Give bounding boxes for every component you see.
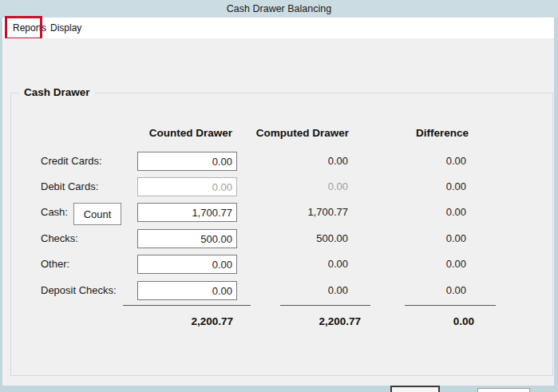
credit-cards-computed-value: 0.00 [251, 152, 354, 171]
column-header-difference: Difference [390, 125, 494, 141]
row-label-checks: Checks: [41, 229, 78, 248]
deposit-checks-difference-value: 0.00 [370, 281, 470, 300]
menu-bar: Reports Display [2, 18, 554, 38]
client-area: Cash Drawer Counted Drawer Computed Draw… [2, 38, 554, 386]
menu-item-reports-label: Reports [13, 22, 46, 34]
counted-total-value: 2,200.77 [123, 314, 237, 330]
row-label-cash: Cash: [41, 203, 68, 222]
row-label-debit-cards: Debit Cards: [41, 177, 98, 196]
credit-cards-counted-input[interactable] [137, 152, 237, 171]
table-row-checks: Checks: 500.00 0.00 [11, 229, 554, 251]
debit-cards-computed-value: 0.00 [251, 177, 354, 196]
table-row-other: Other: 0.00 0.00 [11, 255, 554, 277]
checks-counted-input[interactable] [137, 229, 237, 248]
difference-total-separator [405, 305, 496, 306]
other-computed-value: 0.00 [251, 255, 354, 274]
table-row-deposit-checks: Deposit Checks: 0.00 0.00 [11, 281, 554, 303]
cancel-button[interactable]: Cancel [477, 388, 530, 392]
row-label-credit-cards: Credit Cards: [41, 152, 102, 171]
other-counted-input[interactable] [137, 255, 237, 274]
column-header-counted-drawer: Counted Drawer [131, 125, 251, 141]
menu-item-display[interactable]: Display [46, 18, 86, 38]
debit-cards-counted-input [137, 177, 237, 196]
column-header-computed-drawer: Computed Drawer [251, 125, 354, 141]
checks-computed-value: 500.00 [251, 229, 354, 248]
cash-computed-value: 1,700.77 [251, 203, 354, 222]
table-row-debit-cards: Debit Cards: 0.00 0.00 [11, 177, 554, 200]
menu-item-display-label: Display [50, 22, 81, 34]
menu-item-reports[interactable]: Reports [8, 18, 51, 38]
other-difference-value: 0.00 [370, 255, 470, 274]
table-row-credit-cards: Credit Cards: 0.00 0.00 [11, 152, 554, 174]
window-title: Cash Drawer Balancing [227, 3, 331, 14]
computed-total-value: 2,200.77 [251, 314, 361, 330]
count-button[interactable]: Count [73, 203, 121, 225]
debit-cards-difference-value: 0.00 [370, 177, 470, 196]
checks-difference-value: 0.00 [370, 229, 470, 248]
computed-total-separator [280, 305, 370, 306]
credit-cards-difference-value: 0.00 [370, 152, 470, 171]
groupbox-title: Cash Drawer [19, 86, 95, 98]
deposit-checks-computed-value: 0.00 [251, 281, 354, 300]
cash-drawer-balancing-window: Cash Drawer Balancing Reports Display Ca… [0, 0, 558, 392]
ok-button[interactable]: OK [390, 386, 440, 392]
table-row-cash: Cash: Count 1,700.77 0.00 [11, 203, 554, 225]
cash-counted-input[interactable] [137, 203, 237, 222]
cash-difference-value: 0.00 [370, 203, 470, 222]
deposit-checks-counted-input[interactable] [137, 281, 237, 300]
counted-total-separator [123, 305, 251, 306]
row-label-deposit-checks: Deposit Checks: [41, 281, 117, 300]
title-bar: Cash Drawer Balancing [0, 0, 558, 18]
cash-drawer-groupbox: Cash Drawer Counted Drawer Computed Draw… [10, 93, 553, 376]
difference-total-value: 0.00 [370, 314, 474, 330]
row-label-other: Other: [41, 255, 69, 274]
